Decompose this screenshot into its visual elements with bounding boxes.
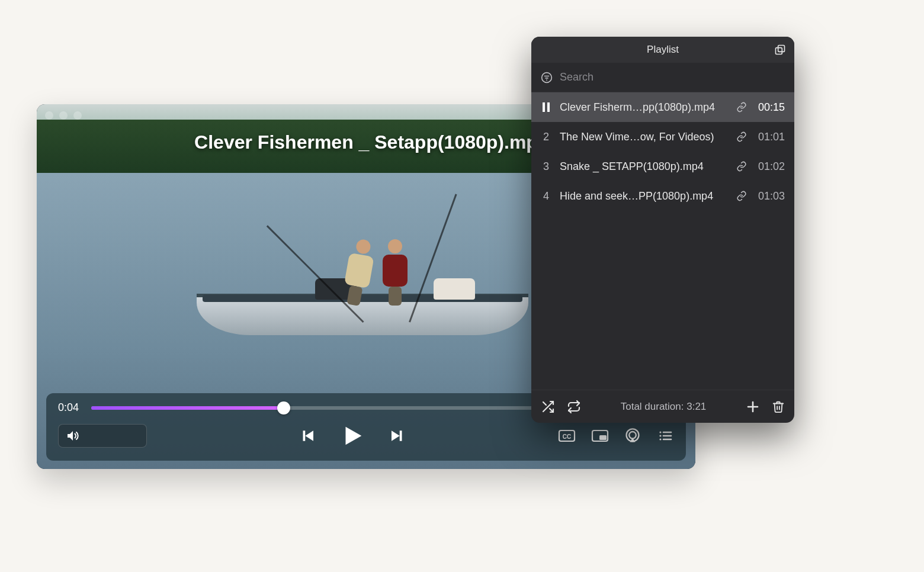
airplay-button[interactable]: [624, 428, 641, 444]
minimize-window-button[interactable]: [59, 111, 68, 120]
playlist-item[interactable]: 3Snake _ SETAPP(1080p).mp401:02: [531, 152, 794, 181]
seek-fill: [91, 406, 284, 410]
add-to-playlist-button[interactable]: [746, 400, 760, 414]
repeat-button[interactable]: [567, 400, 581, 414]
filter-icon[interactable]: [541, 72, 553, 83]
link-icon[interactable]: [736, 161, 747, 172]
playlist-item-index: 2: [541, 131, 551, 143]
playlist-item-duration: 01:02: [755, 160, 785, 173]
next-track-button[interactable]: [389, 427, 406, 445]
shuffle-button[interactable]: [541, 400, 555, 414]
playlist-item-title: The New Vime…ow, For Videos): [560, 131, 728, 143]
playlist-items: Clever Fisherm…pp(1080p).mp400:152The Ne…: [531, 92, 794, 390]
playlist-item[interactable]: Clever Fisherm…pp(1080p).mp400:15: [531, 92, 794, 122]
volume-control[interactable]: [58, 424, 147, 448]
video-title-overlay: Clever Fishermen _ Setapp(1080p).mp: [194, 131, 538, 153]
svg-point-8: [659, 435, 661, 436]
playlist-panel: Playlist Clever Fisherm…pp(1080p).mp400:…: [531, 37, 794, 423]
previous-track-button[interactable]: [299, 427, 316, 445]
svg-marker-0: [68, 431, 73, 441]
scene-boat: [197, 294, 528, 335]
svg-point-6: [629, 432, 636, 439]
elapsed-time: 0:04: [58, 401, 83, 414]
playlist-item-title: Snake _ SETAPP(1080p).mp4: [560, 160, 728, 173]
detach-playlist-button[interactable]: [774, 44, 786, 56]
playlist-header: Playlist: [531, 37, 794, 63]
svg-rect-20: [547, 102, 550, 112]
playlist-total-duration: Total duration: 3:21: [621, 401, 707, 413]
playlist-search-row: [531, 63, 794, 92]
playlist-item-title: Hide and seek…PP(1080p).mp4: [560, 190, 728, 203]
now-playing-icon: [541, 102, 551, 112]
playlist-item-duration: 01:03: [755, 190, 785, 203]
subtitles-button[interactable]: CC: [558, 429, 576, 443]
svg-rect-4: [599, 435, 607, 440]
link-icon[interactable]: [736, 191, 747, 201]
playlist-footer: Total duration: 3:21: [531, 390, 794, 423]
link-icon[interactable]: [736, 131, 747, 142]
clear-playlist-button[interactable]: [772, 400, 785, 414]
play-button[interactable]: [339, 422, 366, 449]
playlist-item-index: 3: [541, 160, 551, 173]
playlist-item-duration: 00:15: [755, 101, 785, 114]
svg-rect-19: [543, 102, 545, 112]
picture-in-picture-button[interactable]: [591, 429, 609, 443]
playlist-search-input[interactable]: [560, 71, 785, 83]
playlist-toggle-button[interactable]: [656, 429, 674, 443]
window-traffic-lights: [45, 111, 82, 120]
playlist-item-index: 4: [541, 190, 551, 203]
svg-rect-13: [778, 46, 785, 52]
playlist-item-duration: 01:01: [755, 131, 785, 143]
svg-point-7: [659, 431, 661, 433]
volume-icon: [66, 429, 80, 443]
playlist-item[interactable]: 2The New Vime…ow, For Videos)01:01: [531, 122, 794, 152]
svg-rect-14: [776, 48, 782, 54]
zoom-window-button[interactable]: [73, 111, 82, 120]
seek-thumb[interactable]: [277, 401, 290, 414]
playlist-title: Playlist: [647, 44, 679, 56]
close-window-button[interactable]: [45, 111, 53, 120]
svg-text:CC: CC: [563, 433, 571, 440]
link-icon[interactable]: [736, 102, 747, 113]
playlist-item[interactable]: 4Hide and seek…PP(1080p).mp401:03: [531, 181, 794, 211]
playlist-item-title: Clever Fisherm…pp(1080p).mp4: [560, 101, 728, 114]
svg-point-9: [659, 438, 661, 440]
